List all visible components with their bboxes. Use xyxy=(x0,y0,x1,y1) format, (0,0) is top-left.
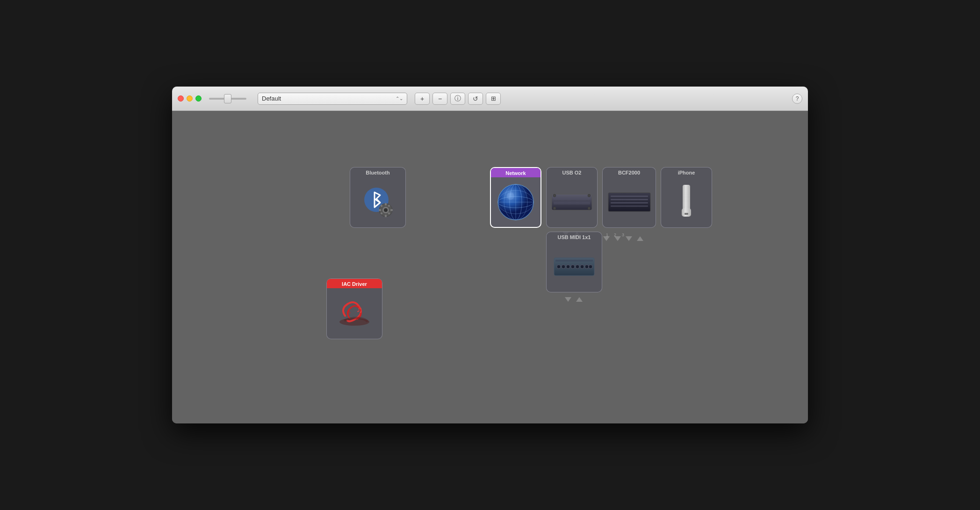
iac-driver-icon-area: ♪ ♫ xyxy=(333,288,376,339)
dropdown-value: Default xyxy=(262,95,281,102)
svg-rect-6 xyxy=(385,215,387,217)
main-window: Default ⌃⌄ + − ⓘ ↺ ⊞ ? Bluetooth xyxy=(172,87,808,423)
triangle-down-icon xyxy=(614,236,621,241)
bluetooth-icon xyxy=(361,186,394,219)
triangle-up-icon xyxy=(637,236,643,241)
svg-rect-46 xyxy=(555,260,593,262)
svg-text:♫: ♫ xyxy=(356,305,363,314)
slider-track xyxy=(209,98,246,100)
usb-o2-icon xyxy=(551,190,593,214)
titlebar: Default ⌃⌄ + − ⓘ ↺ ⊞ ? xyxy=(172,87,808,111)
svg-point-40 xyxy=(566,265,570,269)
info-button[interactable]: ⓘ xyxy=(450,93,465,105)
info-icon: ⓘ xyxy=(454,95,461,103)
chevron-up-down-icon: ⌃⌄ xyxy=(396,96,403,101)
network-label: Network xyxy=(491,168,540,177)
bcf2000-device-card[interactable]: BCF2000 xyxy=(602,167,656,228)
usb-midi-connectors xyxy=(565,297,583,302)
svg-rect-35 xyxy=(682,208,691,217)
bluetooth-device-card[interactable]: Bluetooth xyxy=(350,167,406,228)
preset-dropdown-container: Default ⌃⌄ xyxy=(258,93,407,105)
svg-point-21 xyxy=(507,192,514,200)
svg-point-26 xyxy=(588,194,591,197)
svg-rect-8 xyxy=(390,209,393,211)
remove-button[interactable]: − xyxy=(432,93,447,105)
svg-point-38 xyxy=(557,265,561,269)
iac-driver-device-card[interactable]: IAC Driver ♪ ♫ xyxy=(326,278,382,339)
network-globe-icon xyxy=(497,183,535,221)
preset-dropdown[interactable]: Default ⌃⌄ xyxy=(258,93,407,105)
question-icon: ? xyxy=(796,95,799,102)
svg-point-41 xyxy=(571,265,575,269)
network-icon-area xyxy=(494,177,538,227)
piano-button[interactable]: ⊞ xyxy=(486,93,501,105)
maximize-button[interactable] xyxy=(195,95,202,102)
piano-icon: ⊞ xyxy=(491,95,496,102)
minimize-button[interactable] xyxy=(187,95,193,102)
bcf2000-label: BCF2000 xyxy=(603,168,656,177)
add-button[interactable]: + xyxy=(415,93,430,105)
svg-point-27 xyxy=(553,207,556,210)
triangle-up-icon xyxy=(576,297,583,302)
traffic-lights xyxy=(178,95,202,102)
usb-o2-label: USB O2 xyxy=(547,168,597,177)
svg-rect-31 xyxy=(611,199,648,200)
midi-canvas[interactable]: Bluetooth xyxy=(172,111,808,423)
svg-rect-7 xyxy=(379,209,381,211)
svg-point-4 xyxy=(384,208,388,212)
svg-rect-24 xyxy=(554,202,590,204)
svg-point-42 xyxy=(576,265,579,269)
svg-point-43 xyxy=(580,265,584,269)
bluetooth-label: Bluetooth xyxy=(350,168,405,177)
iphone-label: iPhone xyxy=(661,168,712,177)
network-device-card[interactable]: Network xyxy=(490,167,541,228)
usb-midi-icon xyxy=(553,255,595,278)
refresh-icon: ↺ xyxy=(473,95,478,102)
bcf2000-icon-area xyxy=(605,177,654,227)
svg-point-39 xyxy=(562,265,565,269)
iphone-device-card[interactable]: iPhone xyxy=(661,167,712,228)
usb-o2-icon-area xyxy=(548,177,596,227)
volume-slider[interactable] xyxy=(209,98,246,100)
svg-rect-36 xyxy=(685,213,688,215)
svg-point-45 xyxy=(589,265,592,269)
bcf-connectors xyxy=(603,236,643,241)
iac-driver-label: IAC Driver xyxy=(327,279,382,288)
svg-rect-32 xyxy=(611,202,648,204)
svg-point-25 xyxy=(553,194,556,197)
triangle-down-icon xyxy=(603,236,610,241)
svg-point-28 xyxy=(588,207,591,210)
triangle-down-icon xyxy=(626,236,632,241)
slider-thumb[interactable] xyxy=(224,94,231,103)
iphone-connector-icon xyxy=(677,185,696,220)
refresh-button[interactable]: ↺ xyxy=(468,93,483,105)
bcf2000-icon xyxy=(608,191,651,213)
svg-rect-33 xyxy=(611,205,648,207)
bluetooth-icon-area xyxy=(359,177,397,227)
usb-o2-device-card[interactable]: USB O2 xyxy=(546,167,598,228)
iac-driver-icon: ♪ ♫ xyxy=(336,295,373,332)
triangle-down-icon xyxy=(565,297,571,302)
help-button[interactable]: ? xyxy=(792,94,802,104)
svg-rect-30 xyxy=(611,196,648,197)
usb-midi-1x1-device-card[interactable]: USB MIDI 1x1 xyxy=(546,232,602,292)
svg-text:♪: ♪ xyxy=(346,306,351,318)
close-button[interactable] xyxy=(178,95,184,102)
svg-rect-23 xyxy=(554,197,590,200)
svg-point-44 xyxy=(585,265,589,269)
svg-rect-34 xyxy=(683,185,690,212)
iphone-icon-area xyxy=(674,177,699,227)
usb-midi-label: USB MIDI 1x1 xyxy=(547,232,602,241)
svg-rect-5 xyxy=(385,203,387,205)
toolbar-buttons: + − ⓘ ↺ ⊞ xyxy=(415,93,501,105)
usb-midi-icon-area xyxy=(550,241,598,292)
